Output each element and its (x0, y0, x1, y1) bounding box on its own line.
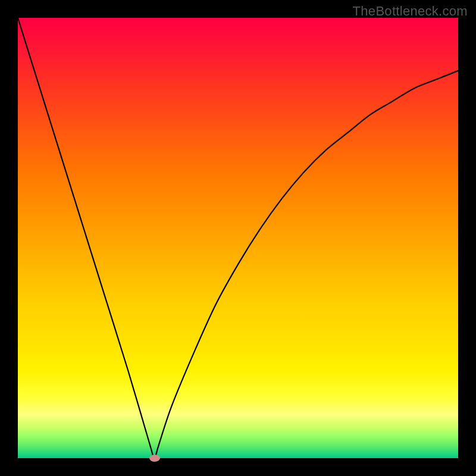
optimal-point-marker (149, 455, 160, 462)
bottleneck-curve (18, 18, 458, 458)
watermark-text: TheBottleneck.com (353, 4, 468, 19)
chart-frame: TheBottleneck.com (0, 0, 476, 476)
plot-area (18, 18, 458, 458)
